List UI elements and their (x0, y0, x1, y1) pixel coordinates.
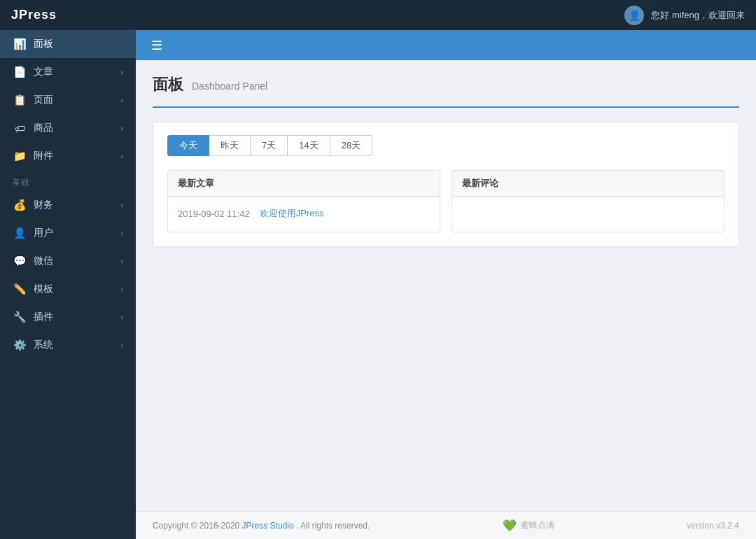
copyright-text: Copyright © 2016-2020 (153, 521, 239, 531)
sidebar-item-label-products: 商品 (34, 122, 53, 134)
article-row-0: 2019-09-02 11:42 欢迎使用JPress (178, 204, 430, 223)
footer-link[interactable]: JPress Studio (242, 521, 294, 531)
article-link-0[interactable]: 欢迎使用JPress (260, 207, 324, 220)
chevron-pages: › (120, 96, 123, 104)
panel-comments-header: 最新评论 (452, 171, 724, 197)
dashboard-icon: 📊 (13, 38, 27, 50)
sidebar-item-wechat[interactable]: 💬 微信 › (0, 247, 136, 275)
templates-icon: ✏️ (13, 283, 27, 295)
sidebar-item-finance[interactable]: 💰 财务 › (0, 191, 136, 219)
sidebar-item-articles[interactable]: 📄 文章 › (0, 58, 136, 86)
dashboard-card: 今天 昨天 7天 14天 28天 最新文章 2019-09-02 11:42 (153, 122, 739, 247)
panel-articles-body: 2019-09-02 11:42 欢迎使用JPress (168, 197, 440, 232)
chevron-system: › (120, 341, 123, 349)
main-content: ☰ 面板 Dashboard Panel 今天 昨天 7天 14天 28天 (136, 30, 756, 539)
footer-watermark: 💚 蜜蜂点滴 (503, 519, 554, 532)
chevron-wechat: › (120, 257, 123, 265)
pages-icon: 📋 (13, 94, 27, 106)
wechat-icon: 💬 (13, 255, 27, 267)
footer-version: version v3.2.4 (687, 521, 739, 531)
avatar: 👤 (624, 6, 644, 25)
tab-7days[interactable]: 7天 (250, 135, 288, 156)
attachments-icon: 📁 (13, 150, 27, 162)
watermark-text: 蜜蜂点滴 (521, 519, 554, 531)
sidebar-item-label-users: 用户 (34, 227, 53, 239)
main-layout: 📊 面板 📄 文章 › 📋 页面 › 🏷 商品 › (0, 30, 756, 539)
sidebar-item-dashboard[interactable]: 📊 面板 (0, 30, 136, 58)
sidebar: 📊 面板 📄 文章 › 📋 页面 › 🏷 商品 › (0, 30, 136, 539)
sidebar-item-label-plugins: 插件 (34, 311, 53, 323)
sidebar-item-label-wechat: 微信 (34, 255, 53, 267)
time-tabs: 今天 昨天 7天 14天 28天 (167, 135, 724, 156)
tab-14days[interactable]: 14天 (287, 135, 330, 156)
sidebar-item-templates[interactable]: ✏️ 模板 › (0, 275, 136, 303)
panel-articles: 最新文章 2019-09-02 11:42 欢迎使用JPress (167, 170, 440, 232)
chevron-users: › (120, 229, 123, 237)
sidebar-item-label-attachments: 附件 (34, 150, 53, 162)
chevron-finance: › (120, 201, 123, 209)
sidebar-item-system[interactable]: ⚙️ 系统 › (0, 331, 136, 359)
logo: JPress (11, 8, 57, 22)
tab-today[interactable]: 今天 (167, 135, 209, 156)
tab-28days[interactable]: 28天 (330, 135, 372, 156)
page-subtitle: Dashboard Panel (192, 80, 267, 92)
plugins-icon: 🔧 (13, 311, 27, 323)
greeting-text: 您好 mifeng，欢迎回来 (651, 9, 745, 22)
finance-icon: 💰 (13, 199, 27, 211)
sidebar-item-users[interactable]: 👤 用户 › (0, 219, 136, 247)
panel-comments: 最新评论 (451, 170, 724, 232)
main-footer: Copyright © 2016-2020 JPress Studio . Al… (136, 511, 756, 539)
panels-row: 最新文章 2019-09-02 11:42 欢迎使用JPress 最新评论 (167, 170, 724, 232)
top-header: JPress 👤 您好 mifeng，欢迎回来 (0, 0, 756, 30)
page-title-row: 面板 Dashboard Panel (153, 74, 739, 95)
sidebar-item-label-templates: 模板 (34, 283, 53, 295)
sidebar-item-products[interactable]: 🏷 商品 › (0, 114, 136, 142)
page-title: 面板 (153, 74, 183, 95)
sidebar-item-label-articles: 文章 (34, 66, 53, 78)
chevron-plugins: › (120, 313, 123, 321)
section-label-base: 基础 (0, 170, 136, 191)
title-divider (153, 106, 739, 108)
panel-comments-body (452, 197, 724, 232)
chevron-articles: › (120, 68, 123, 76)
chevron-templates: › (120, 285, 123, 293)
chevron-products: › (120, 124, 123, 132)
sidebar-item-attachments[interactable]: 📁 附件 › (0, 142, 136, 170)
sidebar-item-label-finance: 财务 (34, 199, 53, 211)
panel-articles-header: 最新文章 (168, 171, 440, 197)
chevron-attachments: › (120, 152, 123, 160)
footer-suffix: . All rights reserved. (296, 521, 370, 531)
users-icon: 👤 (13, 227, 27, 239)
wechat-watermark-icon: 💚 (503, 519, 517, 532)
sidebar-item-label-dashboard: 面板 (34, 38, 53, 50)
hamburger-button[interactable]: ☰ (147, 36, 167, 55)
system-icon: ⚙️ (13, 339, 27, 351)
sidebar-item-pages[interactable]: 📋 页面 › (0, 86, 136, 114)
footer-copyright: Copyright © 2016-2020 JPress Studio . Al… (153, 521, 370, 531)
sidebar-item-label-system: 系统 (34, 339, 53, 351)
sidebar-item-label-pages: 页面 (34, 94, 53, 106)
sidebar-item-plugins[interactable]: 🔧 插件 › (0, 303, 136, 331)
header-right: 👤 您好 mifeng，欢迎回来 (624, 6, 745, 25)
page-area: 面板 Dashboard Panel 今天 昨天 7天 14天 28天 (136, 60, 756, 511)
articles-icon: 📄 (13, 66, 27, 78)
products-icon: 🏷 (13, 122, 27, 134)
main-topbar: ☰ (136, 30, 756, 60)
tab-yesterday[interactable]: 昨天 (209, 135, 251, 156)
article-date-0: 2019-09-02 11:42 (178, 209, 250, 219)
